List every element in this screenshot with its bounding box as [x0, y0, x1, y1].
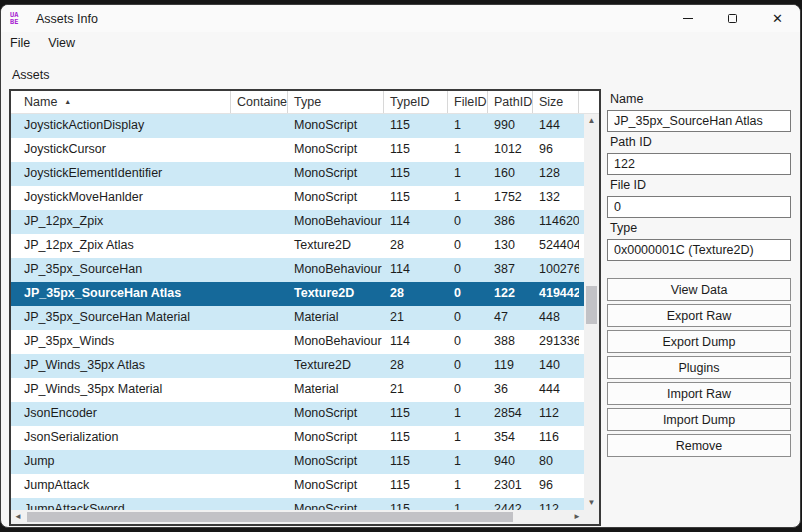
column-header-fileid[interactable]: FileID — [448, 91, 488, 113]
scroll-up-icon[interactable]: ▲ — [584, 117, 599, 125]
table-row[interactable]: JP_Winds_35px MaterialMaterial21036444 — [11, 378, 584, 402]
cell-container — [231, 450, 288, 474]
horizontal-scrollbar[interactable]: ◄ ► — [11, 510, 584, 524]
maximize-button[interactable] — [710, 5, 755, 32]
cell-type: MonoScript — [288, 114, 384, 138]
scroll-left-icon[interactable]: ◄ — [14, 513, 22, 521]
cell-type-id: 115 — [384, 498, 448, 510]
table-row[interactable]: JP_35px_SourceHan MaterialMaterial210474… — [11, 306, 584, 330]
cell-type-id: 28 — [384, 354, 448, 378]
table-row[interactable]: JoystickCursorMonoScript1151101296 — [11, 138, 584, 162]
cell-type-id: 28 — [384, 234, 448, 258]
table-row[interactable]: JP_12px_Zpix AtlasTexture2D280130524404 — [11, 234, 584, 258]
cell-type-id: 115 — [384, 402, 448, 426]
cell-path-id: 990 — [488, 114, 533, 138]
table-row[interactable]: JP_35px_SourceHan AtlasTexture2D28012241… — [11, 282, 584, 306]
table-row[interactable]: JumpMonoScript115194080 — [11, 450, 584, 474]
column-header-pathid[interactable]: PathID — [488, 91, 533, 113]
name-input[interactable] — [607, 110, 791, 132]
table-row[interactable]: JumpAttackMonoScript1151230196 — [11, 474, 584, 498]
export-dump-button[interactable]: Export Dump — [607, 330, 791, 353]
vertical-scrollbar-thumb[interactable] — [586, 286, 597, 324]
cell-type: MonoBehaviour — [288, 210, 384, 234]
close-button[interactable]: ✕ — [755, 5, 800, 32]
column-header-typeid[interactable]: TypeID — [384, 91, 448, 113]
table-row[interactable]: JP_12px_ZpixMonoBehaviour1140386114620 — [11, 210, 584, 234]
maximize-icon — [728, 14, 737, 23]
cell-file-id: 0 — [448, 210, 488, 234]
table-row[interactable]: JsonEncoderMonoScript11512854112 — [11, 402, 584, 426]
cell-container — [231, 474, 288, 498]
cell-path-id: 388 — [488, 330, 533, 354]
cell-name: JoystickCursor — [11, 138, 231, 162]
cell-type: MonoScript — [288, 474, 384, 498]
cell-container — [231, 426, 288, 450]
column-header-type[interactable]: Type — [288, 91, 384, 113]
sort-ascending-icon: ▲ — [64, 98, 71, 105]
cell-type-id: 115 — [384, 186, 448, 210]
file-id-input[interactable] — [607, 196, 791, 218]
cell-type-id: 115 — [384, 450, 448, 474]
cell-name: JP_35px_SourceHan Material — [11, 306, 231, 330]
cell-type-id: 115 — [384, 114, 448, 138]
cell-size: 100276 — [533, 258, 579, 282]
cell-size: 116 — [533, 426, 579, 450]
cell-size: 114620 — [533, 210, 579, 234]
column-header-container[interactable]: Container — [231, 91, 288, 113]
cell-size: 96 — [533, 138, 579, 162]
scrollbar-corner — [584, 510, 599, 524]
cell-path-id: 2854 — [488, 402, 533, 426]
type-input[interactable] — [607, 239, 791, 261]
cell-path-id: 1752 — [488, 186, 533, 210]
scroll-right-icon[interactable]: ► — [573, 513, 581, 521]
remove-button[interactable]: Remove — [607, 434, 791, 457]
table-row[interactable]: JoystickElementIdentifierMonoScript11511… — [11, 162, 584, 186]
table-row[interactable]: JsonSerializationMonoScript1151354116 — [11, 426, 584, 450]
cell-type-id: 115 — [384, 474, 448, 498]
cell-name: JP_12px_Zpix Atlas — [11, 234, 231, 258]
minimize-button[interactable] — [665, 5, 710, 32]
cell-container — [231, 378, 288, 402]
cell-size: 96 — [533, 474, 579, 498]
cell-size: 140 — [533, 354, 579, 378]
table-row[interactable]: JP_35px_WindsMonoBehaviour1140388291336 — [11, 330, 584, 354]
menu-file[interactable]: File — [1, 34, 39, 56]
cell-type-id: 21 — [384, 378, 448, 402]
table-row[interactable]: JP_35px_SourceHanMonoBehaviour1140387100… — [11, 258, 584, 282]
cell-file-id: 0 — [448, 258, 488, 282]
action-buttons: View DataExport RawExport DumpPluginsImp… — [607, 278, 791, 457]
cell-size: 112 — [533, 498, 579, 510]
cell-path-id: 2442 — [488, 498, 533, 510]
cell-name: JumpAttack — [11, 474, 231, 498]
cell-container — [231, 114, 288, 138]
cell-file-id: 1 — [448, 498, 488, 510]
cell-size: 144 — [533, 114, 579, 138]
cell-name: JsonEncoder — [11, 402, 231, 426]
cell-path-id: 36 — [488, 378, 533, 402]
column-header-name[interactable]: Name▲ — [11, 91, 231, 113]
menu-view[interactable]: View — [39, 34, 84, 56]
table-row[interactable]: JumpAttackSwordMonoScript11512442112 — [11, 498, 584, 510]
view-data-button[interactable]: View Data — [607, 278, 791, 301]
cell-path-id: 386 — [488, 210, 533, 234]
export-raw-button[interactable]: Export Raw — [607, 304, 791, 327]
plugins-button[interactable]: Plugins — [607, 356, 791, 379]
table-row[interactable]: JP_Winds_35px AtlasTexture2D280119140 — [11, 354, 584, 378]
cell-type: MonoScript — [288, 138, 384, 162]
cell-file-id: 1 — [448, 426, 488, 450]
app-window: UA BE Assets Info ✕ File View Assets Nam… — [0, 4, 801, 528]
cell-container — [231, 138, 288, 162]
cell-name: JoystickActionDisplay — [11, 114, 231, 138]
table-row[interactable]: JoystickActionDisplayMonoScript115199014… — [11, 114, 584, 138]
import-raw-button[interactable]: Import Raw — [607, 382, 791, 405]
vertical-scrollbar[interactable]: ▲ ▼ — [584, 114, 599, 510]
import-dump-button[interactable]: Import Dump — [607, 408, 791, 431]
close-icon: ✕ — [772, 12, 783, 25]
cell-file-id: 1 — [448, 402, 488, 426]
table-row[interactable]: JoystickMoveHanlderMonoScript11511752132 — [11, 186, 584, 210]
horizontal-scrollbar-thumb[interactable] — [27, 512, 513, 522]
cell-file-id: 0 — [448, 282, 488, 306]
scroll-down-icon[interactable]: ▼ — [584, 499, 599, 507]
column-header-size[interactable]: Size — [533, 91, 579, 113]
path-id-input[interactable] — [607, 153, 791, 175]
